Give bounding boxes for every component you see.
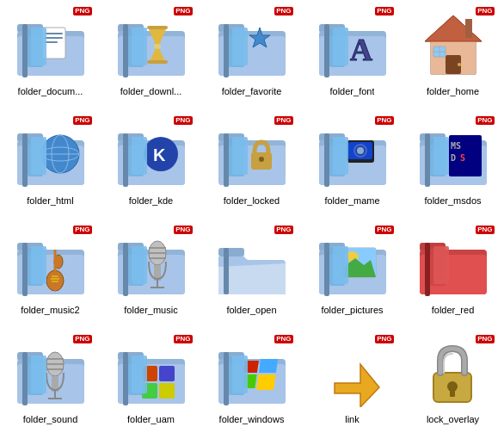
png-badge: PNG (73, 226, 91, 234)
svg-text:S: S (460, 153, 465, 163)
folder-msdos-icon: MS D S (418, 121, 489, 189)
item-label: folder_kde (129, 195, 173, 207)
png-badge: PNG (476, 116, 494, 125)
list-item[interactable]: PNG folder_html (0, 113, 101, 222)
svg-rect-106 (123, 243, 128, 296)
folder-music2-icon (15, 231, 86, 298)
svg-rect-115 (132, 246, 147, 284)
png-badge: PNG (476, 226, 494, 234)
png-badge: PNG (476, 335, 494, 343)
list-item[interactable]: PNG fold (0, 331, 101, 439)
list-item[interactable]: PNG folder_open (201, 222, 302, 331)
svg-rect-17 (147, 60, 168, 64)
svg-point-40 (458, 63, 461, 66)
list-item[interactable]: PNG folder_home (403, 3, 503, 113)
item-label: folder_sound (23, 414, 78, 425)
list-item[interactable]: PNG MS D S folder_msdos (403, 113, 503, 222)
png-badge: PNG (375, 7, 393, 15)
item-label: folder_uam (127, 414, 175, 425)
item-label: folder_msdos (424, 195, 481, 207)
list-item[interactable]: PNG folder_music2 (0, 222, 101, 331)
svg-rect-133 (433, 246, 449, 284)
svg-rect-24 (224, 24, 229, 77)
png-badge: PNG (476, 7, 494, 15)
svg-rect-156 (132, 356, 147, 393)
folder-sound-icon (15, 340, 86, 407)
png-badge: PNG (274, 116, 292, 125)
item-label: folder_music (124, 305, 177, 316)
svg-point-78 (357, 147, 364, 154)
item-label: link (345, 414, 360, 425)
svg-rect-146 (31, 356, 46, 393)
item-label: folder_font (330, 86, 375, 97)
lock-overlay-icon (418, 340, 489, 407)
list-item[interactable]: PNG folder_locked (201, 113, 302, 222)
png-badge: PNG (375, 116, 393, 125)
png-badge: PNG (174, 335, 192, 343)
svg-marker-167 (335, 364, 379, 407)
svg-rect-62 (132, 137, 147, 175)
svg-marker-38 (425, 15, 482, 41)
png-badge: PNG (274, 7, 292, 15)
folder-favorite-icon (217, 12, 287, 79)
icon-grid: PNG folder_docum... (0, 0, 504, 439)
svg-rect-127 (333, 246, 348, 284)
svg-rect-9 (31, 28, 46, 65)
svg-rect-70 (232, 137, 248, 175)
svg-rect-166 (232, 356, 248, 393)
svg-point-18 (154, 44, 161, 49)
svg-rect-27 (232, 28, 248, 65)
item-label: folder_favorite (222, 86, 282, 97)
list-item[interactable]: PNG folder_uam (101, 331, 201, 439)
list-item[interactable]: PNG folder_favorite (201, 3, 302, 113)
png-badge: PNG (274, 226, 292, 234)
item-label: lock_overlay (427, 414, 479, 425)
svg-rect-164 (256, 374, 276, 390)
png-badge: PNG (174, 7, 192, 15)
folder-home-icon (418, 12, 489, 79)
folder-open-icon (217, 231, 287, 298)
list-item[interactable]: PNG link (302, 331, 403, 439)
item-label: folder_home (427, 86, 479, 97)
item-label: folder_downl... (120, 86, 182, 97)
svg-rect-90 (433, 137, 449, 175)
svg-point-68 (259, 157, 264, 162)
png-badge: PNG (375, 226, 393, 234)
svg-rect-116 (218, 248, 244, 257)
list-item[interactable]: PNG K folder_kde (101, 113, 201, 222)
svg-rect-48 (22, 133, 28, 187)
png-badge: PNG (174, 116, 192, 125)
list-item[interactable]: PNG folder_downl... (101, 3, 201, 113)
svg-rect-5 (44, 33, 63, 34)
folder-downloads-icon (116, 12, 187, 79)
svg-rect-80 (333, 137, 348, 175)
folder-locked-icon (217, 121, 287, 189)
svg-text:A: A (350, 33, 372, 67)
svg-rect-137 (22, 352, 28, 405)
svg-rect-162 (258, 359, 277, 373)
svg-rect-66 (224, 133, 229, 187)
svg-rect-170 (450, 388, 455, 397)
list-item[interactable]: PNG folder_red (403, 222, 503, 331)
list-item[interactable]: PNG folder_pictures (302, 222, 403, 331)
list-item[interactable]: PNG lock_overlay (403, 331, 503, 439)
svg-text:MS: MS (451, 141, 461, 151)
png-badge: PNG (73, 335, 91, 343)
svg-rect-152 (159, 366, 175, 381)
list-item[interactable]: PNG folder_windows (201, 331, 302, 439)
folder-red-icon (418, 231, 489, 298)
svg-rect-31 (324, 24, 329, 77)
svg-rect-44 (465, 19, 472, 38)
list-item[interactable]: PNG A folder_font (302, 3, 403, 113)
svg-rect-121 (324, 243, 329, 296)
svg-rect-74 (324, 133, 329, 187)
svg-rect-154 (159, 383, 175, 399)
folder-pictures-icon (317, 231, 388, 298)
folder-documents-icon (15, 12, 86, 79)
png-badge: PNG (375, 335, 393, 343)
list-item[interactable]: PNG folder_mame (302, 113, 403, 222)
svg-text:D: D (451, 153, 456, 163)
png-badge: PNG (73, 7, 91, 15)
list-item[interactable]: PNG folder_docum... (0, 3, 101, 113)
list-item[interactable]: PNG (101, 222, 201, 331)
